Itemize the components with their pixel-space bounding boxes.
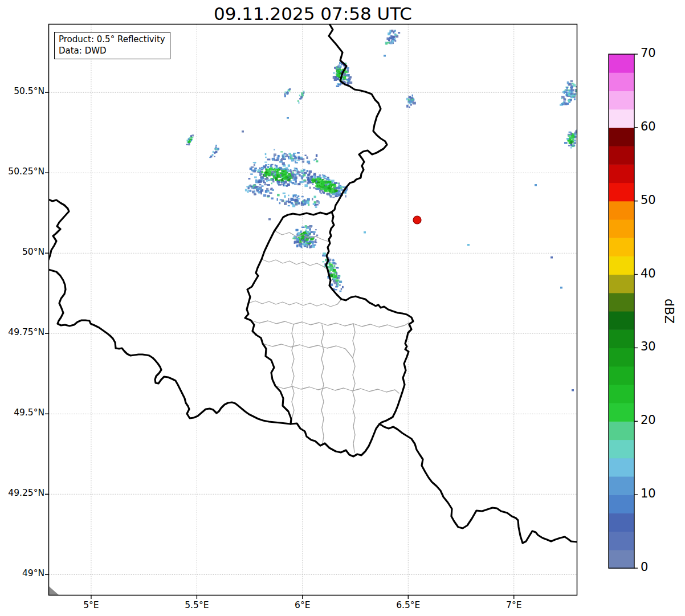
canton-border bbox=[262, 259, 328, 270]
canton-border bbox=[291, 324, 294, 424]
colorbar-tick-label: 20 bbox=[641, 413, 656, 427]
colorbar-axis-label: dBZ bbox=[651, 293, 685, 329]
canton-border bbox=[251, 320, 409, 328]
country-border bbox=[326, 212, 413, 424]
annotation-data-line: Data: DWD bbox=[59, 46, 165, 57]
map-canvas bbox=[0, 0, 685, 616]
canton-border bbox=[248, 299, 341, 307]
colorbar-tick-label: 50 bbox=[641, 193, 656, 207]
colorbar-tick-label: 70 bbox=[641, 46, 656, 60]
country-border bbox=[48, 199, 69, 260]
colorbar-tick-label: 60 bbox=[641, 120, 656, 133]
colorbar-tick-label: 0 bbox=[641, 560, 648, 574]
x-tick-label: 7°E bbox=[488, 600, 540, 610]
radar-figure: 09.11.2025 07:58 UTC Product: 0.5° Refle… bbox=[0, 0, 685, 616]
y-tick-label: 50°N bbox=[0, 247, 44, 257]
radar-echoes bbox=[186, 30, 581, 391]
canton-border bbox=[353, 324, 355, 452]
country-border bbox=[380, 424, 577, 543]
colorbar-tick-label: 40 bbox=[641, 267, 656, 280]
country-borders bbox=[48, 24, 577, 595]
x-tick-label: 5°E bbox=[66, 600, 117, 610]
canton-border bbox=[263, 344, 353, 358]
product-annotation-box: Product: 0.5° Reflectivity Data: DWD bbox=[54, 32, 170, 59]
y-tick-label: 49°N bbox=[0, 568, 44, 578]
y-tick-label: 50.5°N bbox=[0, 86, 44, 96]
colorbar-tick-label: 10 bbox=[641, 487, 656, 500]
country-border bbox=[245, 212, 380, 456]
annotation-product-line: Product: 0.5° Reflectivity bbox=[59, 34, 165, 46]
corner-patch bbox=[49, 586, 59, 595]
x-tick-label: 6.5°E bbox=[382, 600, 434, 610]
y-tick-label: 49.75°N bbox=[0, 327, 44, 337]
y-tick-label: 49.25°N bbox=[0, 488, 44, 498]
country-border bbox=[48, 270, 291, 424]
y-tick-label: 49.5°N bbox=[0, 407, 44, 418]
colorbar bbox=[609, 54, 638, 569]
x-tick-label: 5.5°E bbox=[171, 600, 222, 610]
canton-border bbox=[321, 325, 324, 444]
x-tick-label: 6°E bbox=[277, 600, 328, 610]
colorbar-tick-label: 30 bbox=[641, 340, 656, 353]
y-tick-label: 50.25°N bbox=[0, 166, 44, 177]
radar-station-marker bbox=[413, 216, 421, 224]
